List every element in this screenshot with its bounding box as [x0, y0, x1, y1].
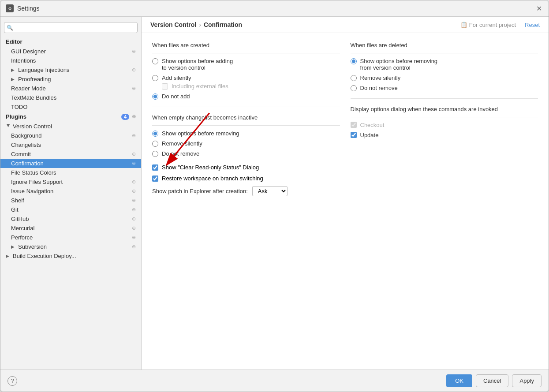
copy-icon-plugins: ⊕ — [132, 114, 136, 119]
sidebar-item-gui-designer[interactable]: GUI Designer ⊕ — [0, 47, 141, 56]
option-update[interactable]: Update — [351, 132, 538, 138]
footer-right: OK Cancel Apply — [446, 374, 542, 387]
title-bar: ⚙ Settings ✕ — [0, 0, 549, 17]
content-wrapper: Version Control › Confirmation 📋 For cur… — [142, 17, 549, 370]
sidebar-item-version-control[interactable]: ▶ Version Control — [0, 122, 141, 131]
radio-remove-silently-del[interactable] — [351, 75, 357, 81]
option-show-before-del[interactable]: Show options before removingfrom version… — [351, 58, 538, 71]
copy-icon-shelf: ⊕ — [132, 198, 136, 203]
breadcrumb-separator: › — [199, 21, 201, 28]
option-do-not-add[interactable]: Do not add — [152, 93, 340, 100]
radio-show-before-add[interactable] — [152, 58, 158, 64]
sidebar-item-changelists[interactable]: Changelists — [0, 140, 141, 149]
sidebar-item-background[interactable]: Background ⊕ — [0, 131, 141, 140]
copy-icon-svn: ⊕ — [132, 244, 136, 250]
project-icon: 📋 — [460, 22, 467, 28]
option-add-silently[interactable]: Add silently — [152, 75, 340, 81]
sidebar-item-issue-nav[interactable]: Issue Navigation ⊕ — [0, 187, 141, 196]
sidebar-item-mercurial[interactable]: Mercurial ⊕ — [0, 224, 141, 233]
sidebar-item-confirmation[interactable]: Confirmation ⊕ — [0, 159, 141, 168]
copy-icon-mercurial: ⊕ — [132, 225, 136, 231]
when-deleted-options: Show options before removingfrom version… — [351, 58, 538, 91]
radio-do-not-remove[interactable] — [152, 151, 158, 157]
radio-add-silently[interactable] — [152, 75, 158, 81]
clear-readonly-row: Show "Clear Read-only Status" Dialog — [152, 164, 538, 171]
expand-arrow-vc: ▶ — [6, 124, 11, 129]
cancel-button[interactable]: Cancel — [476, 374, 508, 387]
expand-arrow-svn: ▶ — [11, 244, 16, 249]
sidebar-item-proofreading[interactable]: ▶ Proofreading — [0, 75, 141, 84]
dialog-body: 🔍 Editor GUI Designer ⊕ Intentions ▶ Lan… — [0, 17, 549, 370]
sidebar-item-shelf[interactable]: Shelf ⊕ — [0, 196, 141, 205]
clear-readonly-label: Show "Clear Read-only Status" Dialog — [162, 164, 259, 171]
option-remove-silently[interactable]: Remove silently — [152, 140, 340, 147]
option-do-not-remove-del[interactable]: Do not remove — [351, 85, 538, 91]
option-show-before-add[interactable]: Show options before addingto version con… — [152, 58, 340, 71]
checkbox-checkout[interactable] — [351, 122, 357, 128]
content-body: When files are created Show options befo… — [142, 33, 549, 370]
option-do-not-remove[interactable]: Do not remove — [152, 150, 340, 157]
sidebar-item-subversion[interactable]: ▶ Subversion ⊕ — [0, 242, 141, 251]
display-options-list: Checkout Update — [351, 122, 538, 138]
search-icon: 🔍 — [7, 25, 13, 31]
sidebar-item-perforce[interactable]: Perforce ⊕ — [0, 233, 141, 242]
help-button[interactable]: ? — [7, 376, 17, 386]
option-remove-silently-del[interactable]: Remove silently — [351, 75, 538, 81]
radio-remove-silently[interactable] — [152, 141, 158, 147]
checkbox-restore-workspace[interactable] — [152, 175, 158, 182]
restore-workspace-label: Restore workspace on branch switching — [162, 175, 263, 182]
app-icon: ⚙ — [6, 4, 14, 12]
external-files-label: Including external files — [172, 83, 228, 90]
patch-select[interactable]: Ask Always Never — [252, 186, 288, 196]
expand-arrow-build: ▶ — [6, 254, 11, 258]
reset-button[interactable]: Reset — [525, 22, 540, 28]
sidebar-item-textmate[interactable]: TextMate Bundles — [0, 93, 141, 102]
sidebar-item-ignore-files[interactable]: Ignore Files Support ⊕ — [0, 177, 141, 187]
sidebar-item-git[interactable]: Git ⊕ — [0, 205, 141, 214]
search-box: 🔍 — [4, 22, 138, 33]
sidebar-item-reader-mode[interactable]: Reader Mode ⊕ — [0, 84, 141, 93]
sub-option-external: Including external files — [162, 83, 340, 90]
bottom-section: Show "Clear Read-only Status" Dialog Res… — [152, 164, 538, 196]
when-changelist-title: When empty changelist becomes inactive — [152, 114, 340, 121]
close-button[interactable]: ✕ — [534, 4, 543, 13]
radio-show-before-remove[interactable] — [152, 131, 158, 137]
sidebar-item-commit[interactable]: Commit ⊕ — [0, 149, 141, 159]
radio-show-before-del[interactable] — [351, 58, 357, 64]
sidebar-item-todo[interactable]: TODO — [0, 102, 141, 112]
sidebar-section-plugins: Plugins 4 ⊕ — [0, 112, 141, 122]
ok-button[interactable]: OK — [446, 374, 472, 387]
sidebar-item-language-injections[interactable]: ▶ Language Injections ⊕ — [0, 65, 141, 75]
copy-icon-confirm: ⊕ — [132, 161, 136, 166]
for-project-label: For current project — [469, 22, 516, 28]
copy-icon-commit: ⊕ — [132, 151, 136, 157]
search-input[interactable] — [4, 22, 138, 33]
copy-icon: ⊕ — [132, 49, 136, 54]
restore-workspace-row: Restore workspace on branch switching — [152, 175, 538, 182]
when-changelist-options: Show options before removing Remove sile… — [152, 130, 340, 157]
radio-do-not-remove-del[interactable] — [351, 85, 357, 91]
sidebar-item-github[interactable]: GitHub ⊕ — [0, 214, 141, 224]
plugins-badge: 4 — [121, 114, 129, 120]
option-show-before-remove[interactable]: Show options before removing — [152, 130, 340, 137]
patch-row: Show patch in Explorer after creation: A… — [152, 186, 538, 196]
copy-icon-lang: ⊕ — [132, 67, 136, 73]
checkbox-external-files[interactable] — [162, 83, 168, 90]
radio-do-not-add[interactable] — [152, 93, 158, 100]
when-deleted-title: When files are deleted — [351, 42, 538, 49]
expand-arrow-lang: ▶ — [11, 67, 16, 72]
breadcrumb-current: Confirmation — [204, 21, 242, 28]
sidebar: 🔍 Editor GUI Designer ⊕ Intentions ▶ Lan… — [0, 17, 142, 370]
right-column: When files are deleted Show options befo… — [351, 42, 538, 157]
sidebar-item-intentions[interactable]: Intentions — [0, 56, 141, 65]
copy-icon-git: ⊕ — [132, 207, 136, 213]
apply-button[interactable]: Apply — [512, 374, 542, 387]
sidebar-item-file-status[interactable]: File Status Colors — [0, 168, 141, 177]
sidebar-item-build[interactable]: ▶ Build Execution Deploy... — [0, 251, 141, 261]
checkbox-clear-readonly[interactable] — [152, 164, 158, 171]
option-checkout[interactable]: Checkout — [351, 122, 538, 128]
two-col-layout: When files are created Show options befo… — [152, 42, 538, 157]
display-options-section: Display options dialog when these comman… — [351, 106, 538, 138]
patch-label: Show patch in Explorer after creation: — [152, 188, 248, 194]
checkbox-update[interactable] — [351, 132, 357, 138]
